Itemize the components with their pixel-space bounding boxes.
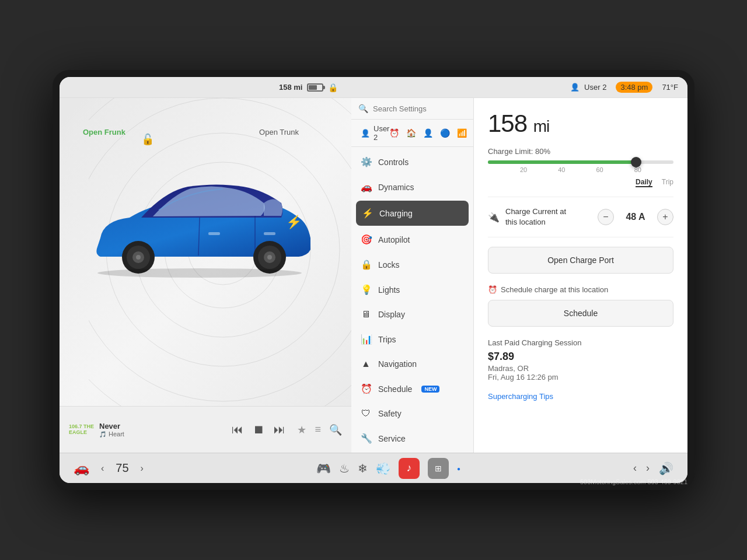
charge-current-controls: − 48 A + [598,209,673,225]
car-status-icon[interactable]: 🚗 [74,461,89,476]
alarm-icon: ⏰ [389,128,399,138]
defrost-icon[interactable]: ❄ [358,461,368,475]
bluetooth-dot: ● [457,466,460,472]
svg-point-18 [97,268,302,278]
paid-date: Fri, Aug 16 12:26 pm [488,373,673,382]
next-button[interactable]: ⏭ [274,423,285,436]
apps-button[interactable]: ⊞ [428,458,449,479]
navigation-icon: ▲ [361,359,371,369]
svg-rect-9 [264,232,275,235]
trips-icon: 📊 [361,334,371,345]
paid-session-title: Last Paid Charging Session [488,338,673,347]
menu-item-trips[interactable]: 📊 Trips [351,327,473,352]
status-bar: 158 mi 🔒 👤 User 2 3:48 pm 71°F [60,77,687,98]
artist-name: Heart [109,430,124,438]
menu-item-schedule[interactable]: ⏰ Schedule NEW [351,376,473,401]
music-app-button[interactable]: ♪ [399,458,420,479]
charge-limit-section: Charge Limit: 80% 20 40 60 80 [488,147,673,187]
range-display: 158 mi [488,110,673,138]
frunk-lock-icon: 🔓 [141,133,154,146]
menu-item-autopilot[interactable]: 🎯 Autopilot [351,227,473,252]
daily-tab[interactable]: Daily [636,178,652,187]
battery-miles: 158 mi [279,83,302,92]
search-icon[interactable]: 🔍 [329,424,342,436]
stop-button[interactable]: ⏹ [253,423,264,436]
menu-item-safety[interactable]: 🛡 Safety [351,401,473,426]
charging-icon: ⚡ [362,208,372,219]
settings-user: 👤 User 2 [361,124,389,142]
slider-markers: 20 40 60 80 [488,166,673,173]
menu-item-display[interactable]: 🖥 Display [351,302,473,327]
temp-decrease-arrow[interactable]: ‹ [101,463,104,474]
schedule-section: ⏰ Schedule charge at this location Sched… [488,285,673,327]
temperature-value: 75 [116,461,128,475]
fan-icon[interactable]: 💨 [376,461,390,475]
charge-current-label: Charge Current atthis location [505,206,598,228]
nav-forward-arrow[interactable]: › [646,462,650,474]
prev-button[interactable]: ⏮ [232,423,243,436]
menu-item-charging[interactable]: ⚡ Charging [356,201,469,226]
equalizer-icon[interactable]: ≡ [315,424,321,436]
open-charge-port-button[interactable]: Open Charge Port [488,247,673,274]
schedule-badge: NEW [421,386,439,393]
favorite-icon[interactable]: ★ [297,424,306,436]
display-icon: 🖥 [361,309,371,320]
menu-item-lights[interactable]: 💡 Lights [351,277,473,302]
taskbar-center: 🎮 ♨ ❄ 💨 ♪ ⊞ ● [316,458,460,479]
person-icon: 👤 [423,128,433,138]
menu-item-locks[interactable]: 🔒 Locks [351,252,473,277]
paid-session: Last Paid Charging Session $7.89 Madras,… [488,338,673,382]
locks-icon: 🔒 [361,259,371,270]
schedule-location-label: ⏰ Schedule charge at this location [488,285,673,294]
main-content: Open Frunk 🔓 Open Trunk [60,98,687,453]
charging-indicator: ⚡ [286,215,302,230]
charge-current-section: 🔌 Charge Current atthis location − 48 A … [488,197,673,237]
trip-tab[interactable]: Trip [662,178,673,187]
charge-decrease-button[interactable]: − [598,209,614,225]
schedule-button[interactable]: Schedule [488,300,673,327]
charge-increase-button[interactable]: + [657,209,673,225]
car-panel: Open Frunk 🔓 Open Trunk [60,98,351,453]
taskbar-left: 🚗 ‹ 75 › [74,461,144,476]
volume-icon[interactable]: 🔊 [659,461,673,475]
svg-rect-8 [208,232,220,235]
search-bar: 🔍 [351,98,473,120]
menu-item-dynamics[interactable]: 🚗 Dynamics [351,174,473,200]
frunk-label[interactable]: Open Frunk [83,127,125,138]
search-input[interactable] [373,104,471,113]
lights-icon: 💡 [361,284,371,295]
paid-location: Madras, OR [488,364,673,373]
status-user[interactable]: 👤 User 2 [570,83,606,92]
schedule-clock-icon: ⏰ [488,285,497,294]
charge-current-value: 48 A [621,212,650,222]
trunk-label[interactable]: Open Trunk [259,127,299,138]
steering-heat-icon[interactable]: 🎮 [316,461,331,475]
media-bar: 106.7 THE EAGLE Never 🎵 Heart ⏮ ⏹ ⏭ [60,406,351,453]
temp-increase-arrow[interactable]: › [141,463,144,474]
seat-heat-icon[interactable]: ♨ [339,461,350,475]
tesla-screen-frame: 158 mi 🔒 👤 User 2 3:48 pm 71°F [53,70,694,490]
bluetooth-icon: 🔵 [440,128,450,138]
svg-point-13 [136,255,141,260]
controls-icon: ⚙️ [361,156,371,167]
nav-back-arrow[interactable]: ‹ [633,462,637,474]
safety-icon: 🛡 [361,408,371,419]
paid-amount: $7.89 [488,351,673,363]
charging-detail-panel: 158 mi Charge Limit: 80% 20 4 [474,98,687,453]
home-icon: 🏠 [406,128,416,138]
menu-item-service[interactable]: 🔧 Service [351,426,473,451]
status-time: 3:48 pm [616,82,652,93]
car-svg [83,174,316,279]
slider-tabs: Daily Trip [488,178,673,187]
menu-items: ⚙️ Controls 🚗 Dynamics ⚡ Charging 🎯 Auto… [351,147,473,453]
service-icon: 🔧 [361,433,371,444]
signal-icon: 📶 [457,128,467,138]
supercharging-tips-link[interactable]: Supercharging Tips [488,392,553,401]
lock-icon: 🔒 [328,83,338,92]
menu-item-controls[interactable]: ⚙️ Controls [351,149,473,174]
menu-item-navigation[interactable]: ▲ Navigation [351,352,473,376]
charge-slider[interactable]: 20 40 60 80 [488,160,673,173]
radio-logo: 106.7 THE EAGLE [69,424,95,436]
song-title: Never [99,422,227,430]
charge-plug-icon: 🔌 [488,212,500,223]
